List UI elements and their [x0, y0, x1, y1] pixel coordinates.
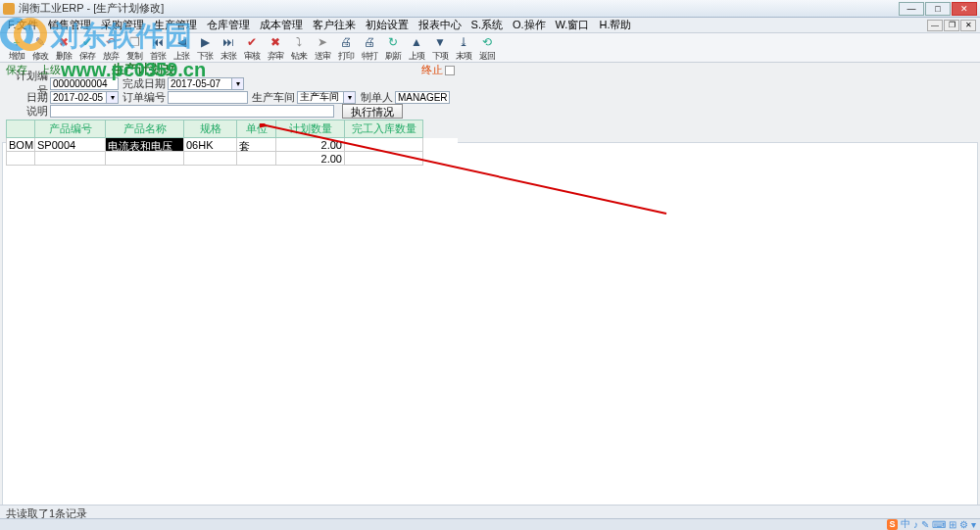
menu-purchase[interactable]: 采购管理 — [97, 17, 148, 33]
tray-lang-icon[interactable]: 中 — [901, 517, 910, 530]
col-product-name[interactable]: 产品名称 — [106, 120, 184, 138]
tray-gear-icon[interactable]: ⚙ — [959, 519, 968, 530]
menu-operate[interactable]: O.操作 — [509, 17, 550, 33]
special-print-button[interactable]: 🖨特打 — [359, 34, 380, 63]
menu-sales[interactable]: 销售管理 — [44, 17, 95, 33]
cell-unit[interactable]: 套 — [237, 138, 276, 152]
statusbar: 共读取了1条记录 — [0, 505, 980, 518]
tray-sound-icon[interactable]: ♪ — [913, 519, 918, 530]
menu-warehouse[interactable]: 仓库管理 — [203, 17, 254, 33]
col-product-code[interactable]: 产品编号 — [35, 120, 106, 138]
minimize-button[interactable]: — — [899, 2, 924, 16]
exec-status-button[interactable]: 执行情况 — [342, 104, 403, 119]
menu-report[interactable]: 报表中心 — [415, 17, 466, 33]
date-picker-icon[interactable]: ▾ — [107, 91, 119, 104]
tray-more-icon[interactable]: ▾ — [971, 519, 976, 530]
inline-save-link[interactable]: 保存 — [6, 63, 27, 77]
last-button[interactable]: ⏭末张 — [218, 34, 239, 63]
product-grid: 产品编号 产品名称 规格 单位 计划数量 完工入库数量 BOM表 SP0004 … — [6, 120, 458, 166]
grid-row[interactable]: BOM表 SP0004 电流表和电压表 06HK 套 2.00 — [6, 138, 458, 152]
desc-label: 说明 — [6, 104, 50, 119]
close-button[interactable]: ✕ — [952, 2, 977, 16]
drill-in-button[interactable]: ⤵钻来 — [288, 34, 310, 63]
desc-input[interactable] — [50, 105, 334, 118]
up-item-button[interactable]: ▲上项 — [406, 34, 427, 63]
date-input[interactable] — [50, 91, 107, 104]
order-no-input[interactable] — [168, 91, 248, 104]
order-no-label: 订单编号 — [119, 90, 168, 105]
col-unit[interactable]: 单位 — [237, 120, 276, 138]
watermark-url: www.pc0359.cn — [61, 59, 206, 81]
menu-cost[interactable]: 成本管理 — [256, 17, 307, 33]
maximize-button[interactable]: □ — [925, 2, 951, 16]
terminate-label: 终止 — [421, 64, 443, 75]
tray-keyboard-icon[interactable]: ⌨ — [932, 519, 946, 530]
down-item-button[interactable]: ▼下项 — [429, 34, 451, 63]
date-label: 日期 — [6, 90, 50, 105]
child-minimize-button[interactable]: — — [927, 20, 943, 31]
menu-customer[interactable]: 客户往来 — [309, 17, 360, 33]
menu-file[interactable]: F.文件 — [4, 17, 42, 33]
tray-pen-icon[interactable]: ✎ — [921, 519, 929, 530]
cell-bom[interactable]: BOM表 — [6, 138, 35, 152]
ime-icon[interactable]: S — [887, 519, 898, 530]
menu-system[interactable]: S.系统 — [467, 17, 507, 33]
col-plan-qty[interactable]: 计划数量 — [276, 120, 345, 138]
cell-done-qty[interactable] — [345, 138, 423, 152]
maker-label: 制单人 — [356, 90, 395, 105]
unapprove-button[interactable]: ✖弃审 — [265, 34, 286, 63]
child-restore-button[interactable]: ❐ — [944, 20, 959, 31]
workshop-picker-icon[interactable]: ▾ — [344, 91, 356, 104]
menu-window[interactable]: W.窗口 — [552, 17, 594, 33]
inline-superior-link[interactable]: 上级 — [39, 63, 61, 77]
menubar: F.文件 销售管理 采购管理 生产管理 仓库管理 成本管理 客户往来 初始设置 … — [0, 18, 980, 33]
menu-help[interactable]: H.帮助 — [595, 17, 635, 33]
content-area — [2, 142, 978, 506]
workshop-input[interactable] — [297, 91, 344, 104]
cell-spec[interactable]: 06HK — [184, 138, 237, 152]
edit-button[interactable]: ✎修改 — [29, 34, 51, 63]
cell-name[interactable]: 电流表和电压表 — [106, 138, 184, 152]
submit-button[interactable]: ➤送审 — [312, 34, 333, 63]
terminate-checkbox[interactable] — [445, 66, 455, 75]
cell-code[interactable]: SP0004 — [35, 138, 106, 152]
finish-date-picker-icon[interactable]: ▾ — [232, 77, 244, 90]
taskbar — [0, 518, 980, 530]
print-button[interactable]: 🖨打印 — [335, 34, 357, 63]
menu-init[interactable]: 初始设置 — [362, 17, 413, 33]
approve-button[interactable]: ✔审核 — [241, 34, 263, 63]
child-close-button[interactable]: ✕ — [960, 20, 976, 31]
col-done-qty[interactable]: 完工入库数量 — [345, 120, 423, 138]
menu-production[interactable]: 生产管理 — [150, 17, 201, 33]
col-blank[interactable] — [6, 120, 35, 138]
refresh-button[interactable]: ↻刷新 — [382, 34, 404, 63]
maker-input[interactable] — [395, 91, 450, 104]
workshop-label: 生产车间 — [248, 90, 297, 105]
system-tray: S 中 ♪ ✎ ⌨ ⊞ ⚙ ▾ — [887, 518, 976, 530]
cell-plan-qty[interactable]: 2.00 — [276, 138, 345, 152]
tray-grid-icon[interactable]: ⊞ — [949, 519, 956, 530]
window-title: 润衡工业ERP - [生产计划修改] — [19, 1, 899, 16]
add-button[interactable]: ＋增加 — [6, 34, 27, 63]
last-item-button[interactable]: ⤓末项 — [453, 34, 474, 63]
back-button[interactable]: ⟲返回 — [476, 34, 498, 63]
foot-plan-qty: 2.00 — [276, 152, 345, 166]
col-spec[interactable]: 规格 — [184, 120, 237, 138]
app-icon — [3, 3, 15, 15]
